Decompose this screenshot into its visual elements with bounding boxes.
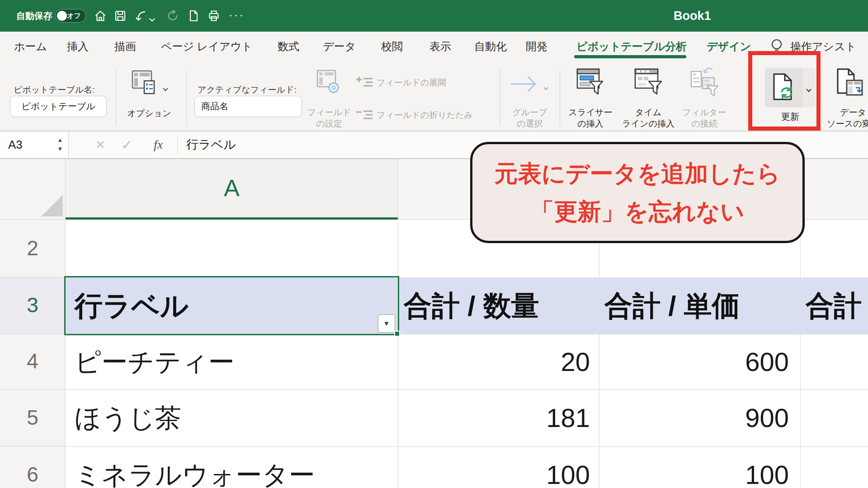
more-icon[interactable]: ··· [229,8,245,22]
cell-d3[interactable]: 合計 [806,277,862,334]
change-data-source-button[interactable]: データ ソースの変更 [824,107,868,129]
insert-slicer-line1: スライサー [563,107,618,118]
enter-icon[interactable]: ✓ [121,131,132,158]
column-header-a[interactable]: A [66,159,398,220]
select-all-triangle-icon [41,195,63,216]
change-data-source-icon[interactable] [835,68,866,101]
spinner-down-icon: ▼ [57,145,63,152]
cell-b3[interactable]: 合計 / 数量 [404,277,539,334]
filter-connections-line2: の接続 [677,118,731,129]
cell-a5[interactable]: ほうじ茶 [75,389,181,446]
lightbulb-icon [770,38,783,54]
undo-icon[interactable] [135,9,147,22]
selection-border [64,276,399,335]
fill-handle[interactable] [394,331,400,337]
row-header-3[interactable]: 3 [0,277,66,334]
filter-dropdown-button[interactable]: ▼ [378,314,395,333]
spinner-up-icon: ▲ [57,136,63,143]
titlebar: 自動保存 オフ ··· Book1 [0,0,868,32]
tab-automate[interactable]: 自動化 [474,34,507,59]
cell-a4[interactable]: ピーチティー [75,334,234,389]
redo-icon [166,9,179,22]
tab-data[interactable]: データ [323,34,356,59]
tab-insert[interactable]: 挿入 [67,34,89,59]
group-dropdown-icon [544,83,548,91]
ribbon-divider [116,70,116,126]
home-icon[interactable] [94,9,107,22]
tab-tell-me[interactable]: 操作アシスト [790,34,856,59]
active-field-label: アクティブなフィールド: [198,84,297,96]
row-header-2[interactable]: 2 [0,220,66,277]
group-selection-line1: グループ [502,107,558,118]
annotation-line1: 元表にデータを追加したら [495,155,781,192]
row-header-5[interactable]: 5 [0,389,66,446]
ribbon-divider [747,70,747,126]
insert-function-icon[interactable]: fx [154,131,163,158]
cell-b6[interactable]: 100 [398,446,590,488]
filter-connections-icon [689,66,719,99]
filter-connections-button: フィルター の接続 [677,107,731,129]
autosave-toggle[interactable]: オフ [55,9,86,23]
options-icon[interactable] [130,69,158,99]
filter-dropdown-icon: ▼ [383,319,390,327]
refresh-dropdown-icon [807,85,811,93]
row-header-6[interactable]: 6 [0,446,66,488]
insert-timeline-line2: ラインの挿入 [620,118,676,129]
tab-page-layout[interactable]: ページ レイアウト [161,34,253,59]
undo-dropdown-icon[interactable] [150,14,154,23]
cell-c4[interactable]: 600 [599,334,789,389]
expand-field-button: フィールドの展開 [377,77,446,89]
tab-design[interactable]: デザイン [707,34,751,59]
annotation-line2: 「更新」を忘れない [531,192,745,230]
tab-review[interactable]: 校閲 [381,34,403,59]
tab-view[interactable]: 表示 [429,34,451,59]
tab-developer[interactable]: 開発 [526,34,547,59]
options-button[interactable]: オプション [122,108,176,119]
active-tab-underline [574,55,686,58]
row-header-4[interactable]: 4 [0,334,66,389]
print-icon[interactable] [208,9,220,22]
formula-bar-divider [177,137,178,154]
cell-c6[interactable]: 100 [599,446,789,488]
tab-home[interactable]: ホーム [14,34,47,59]
ribbon-divider [560,70,560,126]
refresh-icon [771,72,797,105]
name-box[interactable]: A3 ▲ ▼ [0,131,69,158]
name-box-spinner[interactable]: ▲ ▼ [56,136,64,155]
insert-slicer-icon[interactable] [575,66,605,99]
ribbon: ピボットテーブル名: ピボットテーブル オプション アクティブなフィールド: 商… [0,64,868,131]
tab-formulas[interactable]: 数式 [278,34,299,59]
field-settings-icon [315,68,344,99]
group-selection-icon [509,71,542,99]
active-field-input[interactable]: 商品名 [194,96,302,117]
gridline [398,159,398,220]
annotation-callout: 元表にデータを追加したら 「更新」を忘れない [470,142,805,243]
refresh-label: 更新 [769,111,812,122]
expand-field-icon [355,75,373,91]
cell-b5[interactable]: 181 [398,389,590,446]
excel-window: 自動保存 オフ ··· Book1 ホーム 挿入 描画 ページ レイアウ [0,0,868,488]
filter-connections-line1: フィルター [677,107,731,118]
change-data-source-line1: データ [824,107,868,118]
field-settings-button: フィールド の設定 [302,107,356,129]
cell-c5[interactable]: 900 [599,389,789,446]
insert-timeline-icon[interactable] [633,66,663,99]
cell-c3[interactable]: 合計 / 単価 [604,277,740,334]
refresh-dropdown[interactable] [803,68,816,108]
cell-a6[interactable]: ミネラルウォーター [75,446,315,488]
cell-b4[interactable]: 20 [398,334,590,389]
cell-reference: A3 [8,131,23,158]
refresh-button[interactable] [765,68,816,108]
insert-slicer-button[interactable]: スライサー の挿入 [563,107,618,129]
tab-draw[interactable]: 描画 [114,34,136,59]
cancel-icon[interactable]: × [96,131,105,158]
select-all-corner[interactable] [0,159,66,220]
options-dropdown-icon[interactable] [164,84,167,92]
ribbon-divider [500,70,500,126]
workbook-title: Book1 [674,0,711,32]
insert-timeline-button[interactable]: タイム ラインの挿入 [620,107,676,129]
save-icon[interactable] [114,9,127,22]
autosave-label: 自動保存 [16,0,52,32]
new-document-icon[interactable] [187,9,200,22]
pivot-name-input[interactable]: ピボットテーブル [10,96,107,117]
